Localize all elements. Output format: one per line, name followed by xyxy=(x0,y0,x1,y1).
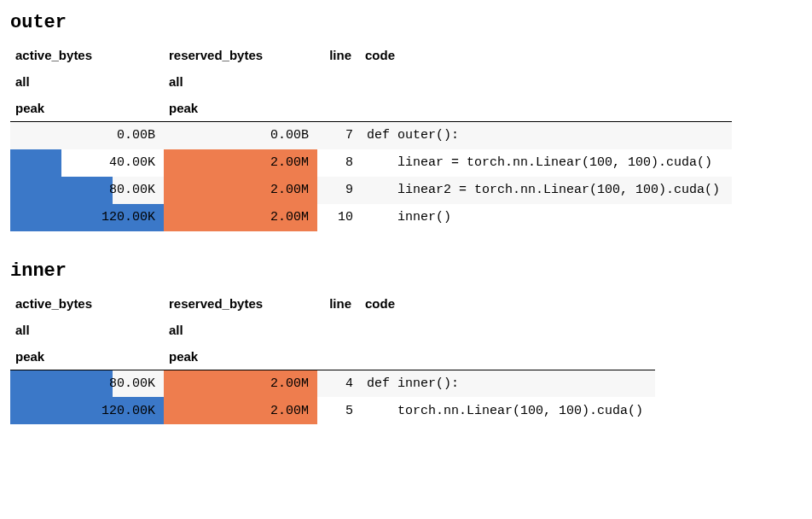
reserved-bytes-value: 2.00M xyxy=(270,404,310,418)
code-cell: def outer(): xyxy=(360,122,732,149)
memory-table: active_bytesreserved_byteslinecodeallall… xyxy=(10,42,732,231)
reserved-bytes-value: 2.00M xyxy=(270,183,310,197)
code-cell: linear2 = torch.nn.Linear(100, 100).cuda… xyxy=(360,177,732,204)
active-bytes-value: 120.00K xyxy=(102,210,157,225)
active-bytes-cell: 80.00K xyxy=(10,177,164,204)
memory-report-section: inneractive_bytesreserved_byteslinecodea… xyxy=(10,260,802,425)
reserved-bytes-value: 2.00M xyxy=(270,155,310,170)
table-row: 120.00K2.00M10 inner() xyxy=(10,204,732,231)
column-header-l2: all xyxy=(164,68,317,95)
column-header-l1: code xyxy=(360,42,732,68)
column-header-l2 xyxy=(360,68,732,95)
section-title: outer xyxy=(10,12,802,33)
line-number-cell: 4 xyxy=(317,370,360,397)
active-bytes-bar xyxy=(10,370,113,398)
reserved-bytes-cell: 2.00M xyxy=(164,397,317,424)
active-bytes-bar xyxy=(10,177,113,204)
active-bytes-value: 80.00K xyxy=(109,376,157,391)
line-number-cell: 8 xyxy=(317,149,360,177)
line-number-cell: 5 xyxy=(317,397,360,424)
code-cell: inner() xyxy=(360,204,732,231)
active-bytes-value: 120.00K xyxy=(102,404,157,418)
active-bytes-cell: 80.00K xyxy=(10,370,164,397)
active-bytes-cell: 120.00K xyxy=(10,397,164,424)
column-header-l1: code xyxy=(360,290,655,317)
column-header-l2: all xyxy=(10,68,164,95)
reserved-bytes-cell: 2.00M xyxy=(164,149,317,177)
column-header-l3: peak xyxy=(164,95,317,122)
column-header-l1: reserved_bytes xyxy=(164,290,317,317)
column-header-l3: peak xyxy=(10,343,164,370)
column-header-l1: active_bytes xyxy=(10,42,164,68)
line-number-cell: 9 xyxy=(317,177,360,204)
reserved-bytes-value: 2.00M xyxy=(270,376,310,391)
active-bytes-value: 80.00K xyxy=(109,183,157,197)
reserved-bytes-value: 2.00M xyxy=(270,210,310,225)
column-header-l1: line xyxy=(317,290,360,317)
reserved-bytes-cell: 2.00M xyxy=(164,177,317,204)
line-number-cell: 7 xyxy=(317,122,360,149)
column-header-l3 xyxy=(317,343,360,370)
active-bytes-value: 40.00K xyxy=(109,155,157,170)
active-bytes-cell: 0.00B xyxy=(10,122,164,149)
active-bytes-cell: 120.00K xyxy=(10,204,164,231)
column-header-l2 xyxy=(360,317,655,343)
column-header-l2 xyxy=(317,68,360,95)
memory-table: active_bytesreserved_byteslinecodeallall… xyxy=(10,290,655,425)
column-header-l1: line xyxy=(317,42,360,68)
active-bytes-bar xyxy=(10,149,61,177)
column-header-l3: peak xyxy=(164,343,317,370)
active-bytes-value: 0.00B xyxy=(117,128,157,143)
active-bytes-cell: 40.00K xyxy=(10,149,164,177)
line-number-cell: 10 xyxy=(317,204,360,231)
memory-report-section: outeractive_bytesreserved_byteslinecodea… xyxy=(10,12,802,231)
table-row: 80.00K2.00M9 linear2 = torch.nn.Linear(1… xyxy=(10,177,732,204)
column-header-l2: all xyxy=(10,317,164,343)
column-header-l2 xyxy=(317,317,360,343)
column-header-l3 xyxy=(360,343,655,370)
code-cell: torch.nn.Linear(100, 100).cuda() xyxy=(360,397,655,424)
column-header-l1: reserved_bytes xyxy=(164,42,317,68)
table-row: 120.00K2.00M5 torch.nn.Linear(100, 100).… xyxy=(10,397,655,424)
reserved-bytes-cell: 2.00M xyxy=(164,370,317,397)
table-row: 40.00K2.00M8 linear = torch.nn.Linear(10… xyxy=(10,149,732,177)
reserved-bytes-value: 0.00B xyxy=(270,128,310,143)
column-header-l3 xyxy=(360,95,732,122)
reserved-bytes-cell: 2.00M xyxy=(164,204,317,231)
code-cell: def inner(): xyxy=(360,370,655,397)
code-cell: linear = torch.nn.Linear(100, 100).cuda(… xyxy=(360,149,732,177)
table-row: 80.00K2.00M4def inner(): xyxy=(10,370,655,397)
column-header-l3: peak xyxy=(10,95,164,122)
table-row: 0.00B0.00B7def outer(): xyxy=(10,122,732,149)
column-header-l1: active_bytes xyxy=(10,290,164,317)
reserved-bytes-cell: 0.00B xyxy=(164,122,317,149)
column-header-l3 xyxy=(317,95,360,122)
column-header-l2: all xyxy=(164,317,317,343)
section-title: inner xyxy=(10,260,802,282)
